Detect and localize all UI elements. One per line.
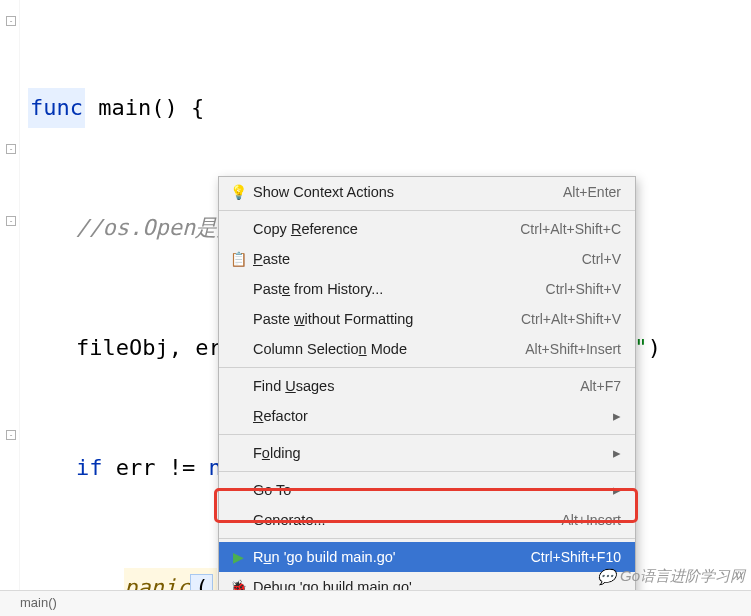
menu-separator bbox=[219, 367, 635, 368]
menu-paste-without-formatting[interactable]: Paste without Formatting Ctrl+Alt+Shift+… bbox=[219, 304, 635, 334]
fold-marker-icon[interactable]: - bbox=[6, 16, 16, 26]
menu-find-usages[interactable]: Find Usages Alt+F7 bbox=[219, 371, 635, 401]
menu-copy-reference[interactable]: Copy Reference Ctrl+Alt+Shift+C bbox=[219, 214, 635, 244]
clipboard-icon: 📋 bbox=[227, 251, 249, 267]
menu-separator bbox=[219, 471, 635, 472]
menu-goto[interactable]: Go To ▸ bbox=[219, 475, 635, 505]
run-icon: ▶ bbox=[227, 549, 249, 565]
menu-show-context-actions[interactable]: 💡 Show Context Actions Alt+Enter bbox=[219, 177, 635, 207]
menu-generate[interactable]: Generate... Alt+Insert bbox=[219, 505, 635, 535]
gutter: - - - - bbox=[0, 0, 20, 616]
menu-run[interactable]: ▶ Run 'go build main.go' Ctrl+Shift+F10 bbox=[219, 542, 635, 572]
chevron-right-icon: ▸ bbox=[613, 445, 621, 461]
fold-marker-icon[interactable]: - bbox=[6, 216, 16, 226]
wechat-icon: 💬 bbox=[597, 568, 616, 586]
chevron-right-icon: ▸ bbox=[613, 482, 621, 498]
menu-paste[interactable]: 📋 Paste Ctrl+V bbox=[219, 244, 635, 274]
fold-marker-icon[interactable]: - bbox=[6, 430, 16, 440]
menu-paste-history[interactable]: Paste from History... Ctrl+Shift+V bbox=[219, 274, 635, 304]
watermark: 💬 Go语言进阶学习网 bbox=[597, 567, 745, 586]
fold-marker-icon[interactable]: - bbox=[6, 144, 16, 154]
bulb-icon: 💡 bbox=[227, 184, 249, 200]
context-menu: 💡 Show Context Actions Alt+Enter Copy Re… bbox=[218, 176, 636, 616]
menu-column-selection[interactable]: Column Selection Mode Alt+Shift+Insert bbox=[219, 334, 635, 364]
code-line: func main() { bbox=[28, 88, 751, 128]
menu-separator bbox=[219, 434, 635, 435]
menu-separator bbox=[219, 538, 635, 539]
breadcrumb-item[interactable]: main() bbox=[20, 595, 57, 610]
menu-refactor[interactable]: Refactor ▸ bbox=[219, 401, 635, 431]
menu-folding[interactable]: Folding ▸ bbox=[219, 438, 635, 468]
chevron-right-icon: ▸ bbox=[613, 408, 621, 424]
breadcrumb[interactable]: main() bbox=[0, 590, 751, 616]
menu-separator bbox=[219, 210, 635, 211]
